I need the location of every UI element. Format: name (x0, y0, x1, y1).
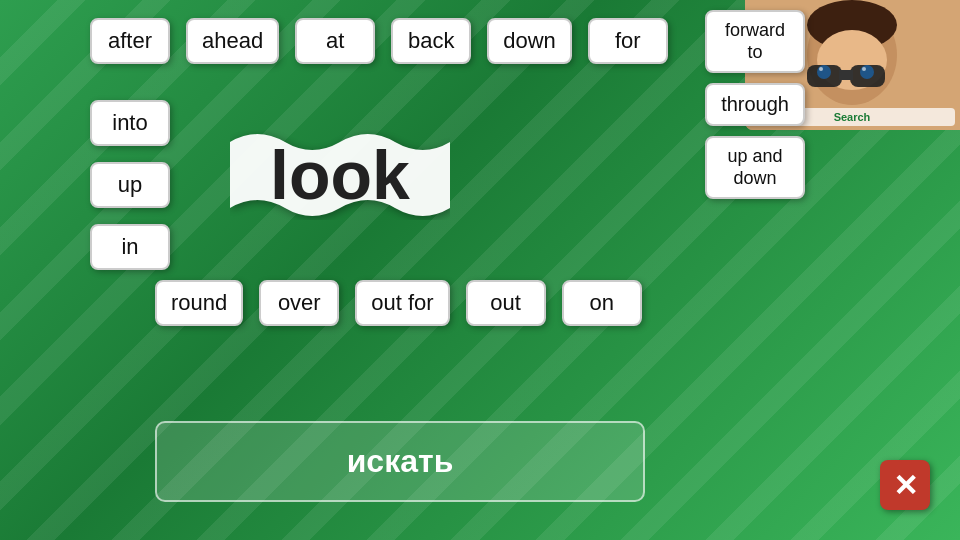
btn-up[interactable]: up (90, 162, 170, 208)
svg-point-7 (817, 65, 831, 79)
look-card: look (230, 130, 450, 220)
look-word: look (270, 136, 410, 214)
translation-label: искать (347, 443, 454, 479)
btn-on[interactable]: on (562, 280, 642, 326)
close-icon: ✕ (893, 468, 918, 503)
svg-text:Search: Search (834, 111, 871, 123)
btn-after[interactable]: after (90, 18, 170, 64)
btn-out[interactable]: out (466, 280, 546, 326)
top-row-buttons: after ahead at back down for (90, 18, 668, 64)
svg-point-8 (860, 65, 874, 79)
btn-in[interactable]: in (90, 224, 170, 270)
svg-point-9 (819, 67, 823, 71)
main-content: Search after ahead at back down for forw… (0, 0, 960, 540)
translation-box[interactable]: искать (155, 421, 645, 502)
btn-into[interactable]: into (90, 100, 170, 146)
btn-ahead[interactable]: ahead (186, 18, 279, 64)
btn-down[interactable]: down (487, 18, 572, 64)
btn-at[interactable]: at (295, 18, 375, 64)
svg-rect-6 (839, 70, 853, 80)
close-button[interactable]: ✕ (880, 460, 930, 510)
btn-through[interactable]: through (705, 83, 805, 126)
btn-for[interactable]: for (588, 18, 668, 64)
btn-round[interactable]: round (155, 280, 243, 326)
left-column-buttons: into up in (90, 100, 170, 270)
btn-up-and-down[interactable]: up and down (705, 136, 805, 199)
right-column-buttons: forward to through up and down (705, 10, 805, 199)
center-look-container: look (230, 130, 450, 220)
btn-back[interactable]: back (391, 18, 471, 64)
bottom-row-buttons: round over out for out on (155, 280, 642, 326)
btn-forward-to[interactable]: forward to (705, 10, 805, 73)
btn-over[interactable]: over (259, 280, 339, 326)
btn-out-for[interactable]: out for (355, 280, 449, 326)
svg-point-10 (862, 67, 866, 71)
